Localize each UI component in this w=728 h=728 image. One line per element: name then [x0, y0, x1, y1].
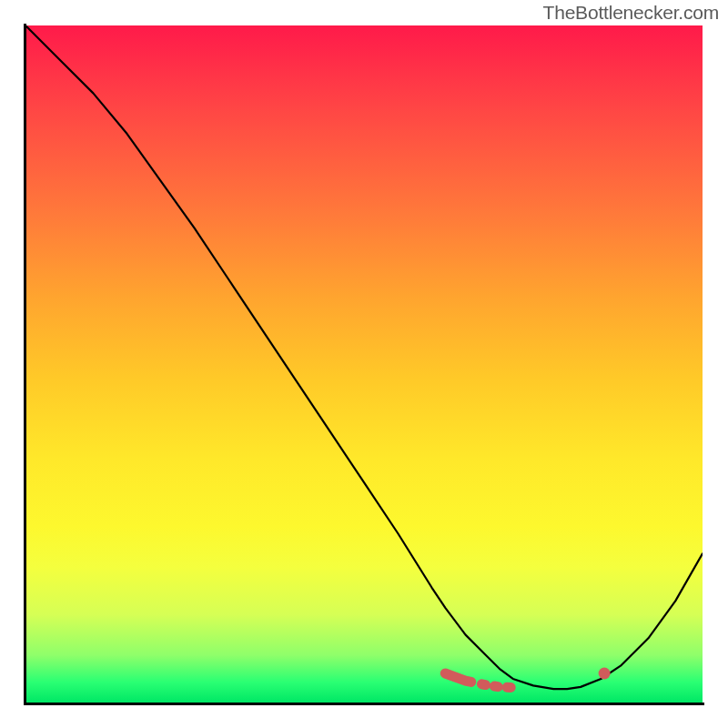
- main-curve: [25, 25, 703, 689]
- chart-overlay: [25, 25, 703, 703]
- watermark-text: TheBottlenecker.com: [543, 2, 719, 24]
- highlight-segment: [445, 673, 581, 688]
- highlight-point: [599, 668, 611, 680]
- x-axis-line: [24, 703, 704, 705]
- chart-container: TheBottlenecker.com: [0, 0, 728, 728]
